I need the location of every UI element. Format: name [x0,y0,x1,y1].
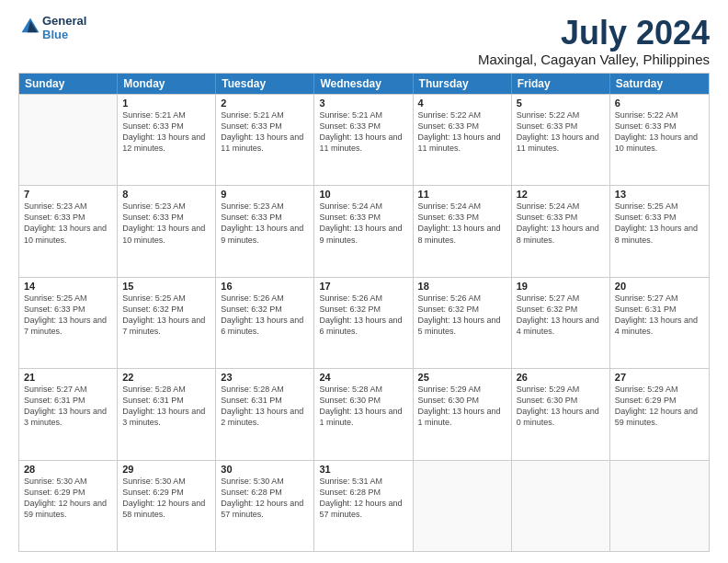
cell-day-number: 25 [418,372,506,383]
cell-info: Sunrise: 5:24 AM Sunset: 6:33 PM Dayligh… [517,201,605,246]
calendar-cell-r3c3: 24Sunrise: 5:28 AM Sunset: 6:30 PM Dayli… [314,369,413,459]
cell-info: Sunrise: 5:21 AM Sunset: 6:33 PM Dayligh… [122,109,210,155]
calendar-header-friday: Friday [512,74,610,94]
cell-day-number: 4 [418,98,506,109]
calendar-cell-r2c1: 15Sunrise: 5:25 AM Sunset: 6:32 PM Dayli… [118,278,216,368]
calendar-header-wednesday: Wednesday [314,74,413,94]
logo: General Blue [18,15,86,42]
calendar-cell-r1c1: 8Sunrise: 5:23 AM Sunset: 6:33 PM Daylig… [118,186,216,276]
cell-day-number: 11 [418,189,506,200]
title-block: July 2024 Maxingal, Cagayan Valley, Phil… [478,15,710,67]
cell-day-number: 30 [221,464,309,475]
cell-info: Sunrise: 5:22 AM Sunset: 6:33 PM Dayligh… [615,109,704,155]
cell-info: Sunrise: 5:21 AM Sunset: 6:33 PM Dayligh… [319,109,407,155]
calendar-cell-r0c3: 3Sunrise: 5:21 AM Sunset: 6:33 PM Daylig… [314,95,413,185]
cell-day-number: 24 [319,372,407,383]
cell-info: Sunrise: 5:24 AM Sunset: 6:33 PM Dayligh… [319,201,407,246]
calendar-cell-r1c4: 11Sunrise: 5:24 AM Sunset: 6:33 PM Dayli… [414,186,512,276]
calendar-row-0: 1Sunrise: 5:21 AM Sunset: 6:33 PM Daylig… [19,94,709,185]
cell-day-number: 2 [221,98,309,109]
cell-info: Sunrise: 5:28 AM Sunset: 6:31 PM Dayligh… [122,384,210,429]
calendar-cell-r4c3: 31Sunrise: 5:31 AM Sunset: 6:28 PM Dayli… [314,461,413,551]
cell-info: Sunrise: 5:23 AM Sunset: 6:33 PM Dayligh… [122,201,210,246]
calendar-cell-r0c2: 2Sunrise: 5:21 AM Sunset: 6:33 PM Daylig… [216,95,314,185]
cell-day-number: 21 [24,372,112,383]
cell-day-number: 9 [221,189,309,200]
calendar-cell-r0c0 [19,95,118,185]
calendar-cell-r2c0: 14Sunrise: 5:25 AM Sunset: 6:33 PM Dayli… [19,278,118,368]
calendar-cell-r1c2: 9Sunrise: 5:23 AM Sunset: 6:33 PM Daylig… [216,186,314,276]
cell-info: Sunrise: 5:23 AM Sunset: 6:33 PM Dayligh… [24,201,112,246]
main-title: July 2024 [478,15,710,52]
calendar-cell-r3c2: 23Sunrise: 5:28 AM Sunset: 6:31 PM Dayli… [216,369,314,459]
cell-day-number: 31 [319,464,407,475]
calendar-row-1: 7Sunrise: 5:23 AM Sunset: 6:33 PM Daylig… [19,185,709,276]
calendar-row-4: 28Sunrise: 5:30 AM Sunset: 6:29 PM Dayli… [19,460,709,551]
calendar-cell-r4c6 [610,461,709,551]
calendar-cell-r3c0: 21Sunrise: 5:27 AM Sunset: 6:31 PM Dayli… [19,369,118,459]
cell-day-number: 14 [24,281,112,292]
cell-info: Sunrise: 5:24 AM Sunset: 6:33 PM Dayligh… [418,201,506,246]
calendar-cell-r0c5: 5Sunrise: 5:22 AM Sunset: 6:33 PM Daylig… [512,95,610,185]
calendar-cell-r2c5: 19Sunrise: 5:27 AM Sunset: 6:32 PM Dayli… [512,278,610,368]
logo-icon [20,17,40,37]
cell-day-number: 20 [615,281,704,292]
cell-info: Sunrise: 5:30 AM Sunset: 6:28 PM Dayligh… [221,476,309,521]
calendar-cell-r1c0: 7Sunrise: 5:23 AM Sunset: 6:33 PM Daylig… [19,186,118,276]
calendar-cell-r0c6: 6Sunrise: 5:22 AM Sunset: 6:33 PM Daylig… [610,95,709,185]
subtitle: Maxingal, Cagayan Valley, Philippines [478,52,710,67]
calendar-cell-r2c4: 18Sunrise: 5:26 AM Sunset: 6:32 PM Dayli… [414,278,512,368]
calendar-cell-r3c1: 22Sunrise: 5:28 AM Sunset: 6:31 PM Dayli… [118,369,216,459]
calendar-cell-r1c3: 10Sunrise: 5:24 AM Sunset: 6:33 PM Dayli… [314,186,413,276]
cell-day-number: 5 [517,98,605,109]
calendar-row-3: 21Sunrise: 5:27 AM Sunset: 6:31 PM Dayli… [19,368,709,459]
cell-info: Sunrise: 5:30 AM Sunset: 6:29 PM Dayligh… [122,476,210,521]
cell-info: Sunrise: 5:30 AM Sunset: 6:29 PM Dayligh… [24,476,112,521]
cell-info: Sunrise: 5:22 AM Sunset: 6:33 PM Dayligh… [517,109,605,155]
calendar-cell-r4c0: 28Sunrise: 5:30 AM Sunset: 6:29 PM Dayli… [19,461,118,551]
logo-text: General Blue [42,15,86,42]
calendar-row-2: 14Sunrise: 5:25 AM Sunset: 6:33 PM Dayli… [19,277,709,368]
cell-day-number: 18 [418,281,506,292]
cell-info: Sunrise: 5:28 AM Sunset: 6:31 PM Dayligh… [221,384,309,429]
cell-day-number: 22 [122,372,210,383]
cell-info: Sunrise: 5:29 AM Sunset: 6:30 PM Dayligh… [517,384,605,429]
cell-info: Sunrise: 5:27 AM Sunset: 6:31 PM Dayligh… [24,384,112,429]
cell-day-number: 8 [122,189,210,200]
cell-info: Sunrise: 5:31 AM Sunset: 6:28 PM Dayligh… [319,476,407,521]
cell-info: Sunrise: 5:29 AM Sunset: 6:30 PM Dayligh… [418,384,506,429]
calendar-header-sunday: Sunday [19,74,118,94]
cell-day-number: 17 [319,281,407,292]
calendar-cell-r4c1: 29Sunrise: 5:30 AM Sunset: 6:29 PM Dayli… [118,461,216,551]
cell-day-number: 19 [517,281,605,292]
cell-info: Sunrise: 5:27 AM Sunset: 6:31 PM Dayligh… [615,293,704,338]
calendar-cell-r2c3: 17Sunrise: 5:26 AM Sunset: 6:32 PM Dayli… [314,278,413,368]
logo-line2: Blue [42,29,86,42]
cell-info: Sunrise: 5:27 AM Sunset: 6:32 PM Dayligh… [517,293,605,338]
cell-info: Sunrise: 5:22 AM Sunset: 6:33 PM Dayligh… [418,109,506,155]
cell-info: Sunrise: 5:25 AM Sunset: 6:32 PM Dayligh… [122,293,210,338]
cell-day-number: 16 [221,281,309,292]
calendar-cell-r3c6: 27Sunrise: 5:29 AM Sunset: 6:29 PM Dayli… [610,369,709,459]
cell-info: Sunrise: 5:26 AM Sunset: 6:32 PM Dayligh… [418,293,506,338]
calendar-cell-r0c1: 1Sunrise: 5:21 AM Sunset: 6:33 PM Daylig… [118,95,216,185]
cell-day-number: 15 [122,281,210,292]
cell-day-number: 27 [615,372,704,383]
calendar-body: 1Sunrise: 5:21 AM Sunset: 6:33 PM Daylig… [19,94,709,551]
cell-info: Sunrise: 5:23 AM Sunset: 6:33 PM Dayligh… [221,201,309,246]
calendar: SundayMondayTuesdayWednesdayThursdayFrid… [18,73,710,552]
header: General Blue July 2024 Maxingal, Cagayan… [18,15,710,67]
cell-info: Sunrise: 5:25 AM Sunset: 6:33 PM Dayligh… [24,293,112,338]
calendar-header-saturday: Saturday [610,74,709,94]
calendar-cell-r4c2: 30Sunrise: 5:30 AM Sunset: 6:28 PM Dayli… [216,461,314,551]
calendar-cell-r1c6: 13Sunrise: 5:25 AM Sunset: 6:33 PM Dayli… [610,186,709,276]
cell-info: Sunrise: 5:25 AM Sunset: 6:33 PM Dayligh… [615,201,704,246]
cell-info: Sunrise: 5:21 AM Sunset: 6:33 PM Dayligh… [221,109,309,155]
cell-info: Sunrise: 5:26 AM Sunset: 6:32 PM Dayligh… [221,293,309,338]
calendar-cell-r4c4 [414,461,512,551]
cell-day-number: 29 [122,464,210,475]
calendar-cell-r2c2: 16Sunrise: 5:26 AM Sunset: 6:32 PM Dayli… [216,278,314,368]
cell-info: Sunrise: 5:29 AM Sunset: 6:29 PM Dayligh… [615,384,704,429]
calendar-header-tuesday: Tuesday [216,74,314,94]
cell-day-number: 7 [24,189,112,200]
